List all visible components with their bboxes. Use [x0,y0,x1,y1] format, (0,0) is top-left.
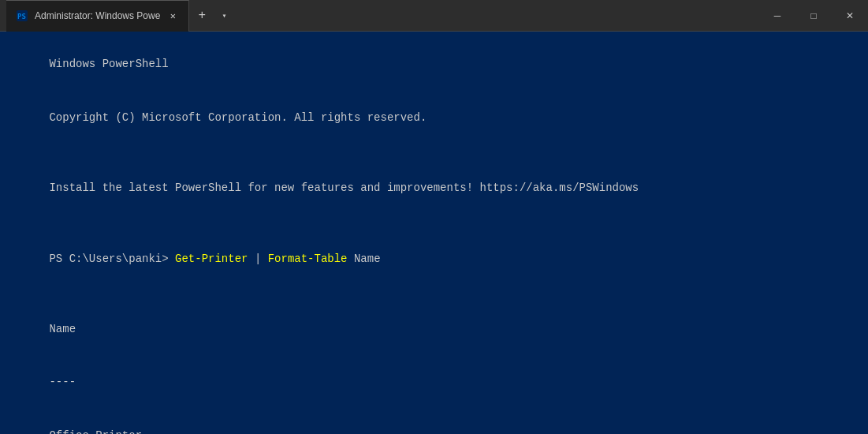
cmd-pipe: | [248,253,267,265]
terminal-line-2: Copyright (C) Microsoft Corporation. All… [9,91,859,144]
terminal-body[interactable]: Windows PowerShell Copyright (C) Microso… [0,32,868,434]
titlebar-left: PS Administrator: Windows Powe ✕ + ▾ [0,0,759,32]
terminal-line-1: Windows PowerShell [9,38,859,91]
terminal-output-divider: ---- [9,356,859,409]
terminal-output-header: Name [9,303,859,356]
cmd-format-table: Format-Table [268,253,348,265]
terminal-line-4: Install the latest PowerShell for new fe… [9,162,859,215]
new-tab-button[interactable]: + [189,0,214,32]
prompt-1: PS C:\Users\panki> [49,253,175,265]
cmd-get-printer: Get-Printer [175,253,248,265]
terminal-line-empty-2 [9,285,859,302]
active-tab[interactable]: PS Administrator: Windows Powe ✕ [6,0,189,32]
terminal-line-5 [9,215,859,232]
powershell-tab-icon: PS [16,9,28,22]
tab-close-button[interactable]: ✕ [166,9,179,22]
terminal-printer-1: Office Printer [9,409,859,434]
titlebar: PS Administrator: Windows Powe ✕ + ▾ ─ □ [0,0,868,32]
minimize-button[interactable]: ─ [759,0,795,32]
powershell-window: PS Administrator: Windows Powe ✕ + ▾ ─ □ [0,0,868,434]
close-button[interactable]: ✕ [832,0,868,32]
terminal-line-3 [9,144,859,161]
tab-title: Administrator: Windows Powe [35,10,160,21]
terminal-command-line: PS C:\Users\panki> Get-Printer | Format-… [9,232,859,285]
tab-dropdown-button[interactable]: ▾ [214,0,233,32]
window-controls: ─ □ ✕ [759,0,868,32]
svg-text:PS: PS [17,13,26,21]
maximize-button[interactable]: □ [795,0,832,32]
cmd-param-name: Name [348,253,381,265]
